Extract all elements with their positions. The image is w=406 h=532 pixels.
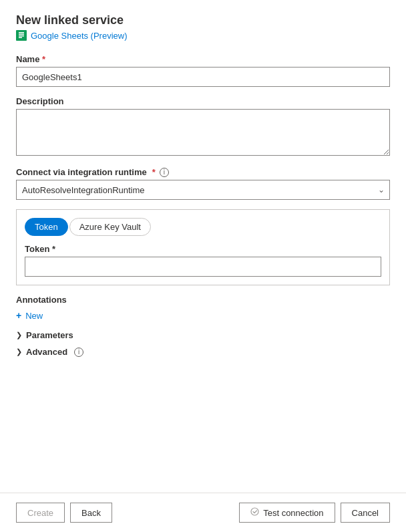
- add-annotation-row[interactable]: + New: [16, 310, 390, 321]
- test-connection-icon: [250, 507, 259, 518]
- parameters-section: ❯ Parameters: [16, 330, 390, 340]
- subtitle-row: Google Sheets (Preview): [16, 30, 390, 41]
- svg-rect-3: [19, 35, 24, 37]
- parameters-header[interactable]: ❯ Parameters: [16, 330, 390, 340]
- test-connection-label: Test connection: [263, 508, 323, 518]
- integration-runtime-select[interactable]: AutoResolveIntegrationRuntime: [16, 180, 390, 200]
- svg-point-5: [251, 508, 258, 515]
- description-field-group: Description: [16, 96, 390, 158]
- integration-runtime-field-group: Connect via integration runtime * i Auto…: [16, 167, 390, 200]
- subtitle-text: Google Sheets (Preview): [31, 31, 128, 41]
- token-label: Token *: [25, 244, 381, 254]
- test-connection-button[interactable]: Test connection: [239, 503, 335, 523]
- annotations-section: Annotations + New: [16, 295, 390, 321]
- integration-runtime-select-wrapper: AutoResolveIntegrationRuntime ⌄: [16, 180, 390, 200]
- auth-tabs-container: Token Azure Key Vault Token *: [16, 209, 390, 285]
- integration-runtime-info-icon[interactable]: i: [160, 168, 169, 177]
- annotations-title: Annotations: [16, 295, 390, 305]
- name-label: Name *: [16, 54, 390, 64]
- advanced-info-icon[interactable]: i: [74, 348, 83, 357]
- svg-rect-2: [19, 34, 24, 35]
- description-input[interactable]: [16, 109, 390, 156]
- svg-rect-1: [19, 32, 24, 33]
- advanced-header[interactable]: ❯ Advanced i: [16, 347, 390, 357]
- name-field-group: Name *: [16, 54, 390, 87]
- description-label: Description: [16, 96, 390, 106]
- advanced-chevron-icon: ❯: [16, 348, 22, 356]
- create-button[interactable]: Create: [16, 503, 65, 523]
- advanced-section: ❯ Advanced i: [16, 347, 390, 357]
- token-input[interactable]: [25, 257, 381, 277]
- token-field-group: Token *: [25, 244, 381, 277]
- page-title: New linked service: [16, 13, 390, 27]
- auth-tabs: Token Azure Key Vault: [25, 218, 381, 236]
- cancel-button[interactable]: Cancel: [341, 503, 390, 523]
- advanced-label: Advanced: [26, 347, 67, 357]
- footer-right: Test connection Cancel: [239, 503, 390, 523]
- parameters-label: Parameters: [26, 330, 73, 340]
- azure-key-vault-tab[interactable]: Azure Key Vault: [69, 218, 151, 236]
- svg-rect-4: [19, 37, 22, 39]
- footer-left: Create Back: [16, 503, 112, 523]
- token-tab[interactable]: Token: [25, 218, 68, 236]
- back-button[interactable]: Back: [70, 503, 112, 523]
- integration-runtime-label: Connect via integration runtime: [16, 167, 147, 177]
- add-annotation-label: New: [25, 311, 43, 321]
- name-input[interactable]: [16, 67, 390, 87]
- add-icon: +: [16, 310, 21, 321]
- parameters-chevron-icon: ❯: [16, 331, 22, 340]
- google-sheets-icon: [16, 30, 27, 41]
- footer: Create Back Test connection Cancel: [0, 493, 406, 532]
